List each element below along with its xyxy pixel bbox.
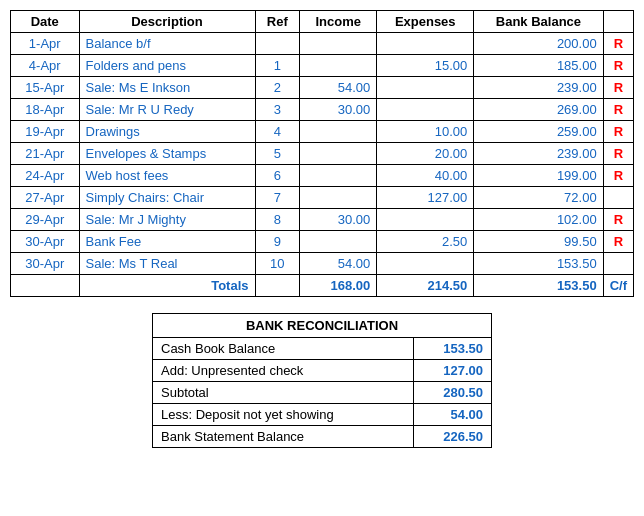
recon-label: Subtotal [153, 382, 414, 404]
recon-label: Bank Statement Balance [153, 426, 414, 448]
table-cell: 54.00 [300, 253, 377, 275]
table-cell: C/f [603, 275, 633, 297]
table-cell [300, 143, 377, 165]
table-row: 30-AprBank Fee92.5099.50R [11, 231, 634, 253]
table-row: 30-AprSale: Ms T Real1054.00153.50 [11, 253, 634, 275]
table-row: 4-AprFolders and pens115.00185.00R [11, 55, 634, 77]
table-cell: 99.50 [474, 231, 603, 253]
table-cell [255, 275, 300, 297]
table-cell [300, 121, 377, 143]
table-cell: 4-Apr [11, 55, 80, 77]
table-cell: Bank Fee [79, 231, 255, 253]
table-cell [377, 253, 474, 275]
table-cell: 2 [255, 77, 300, 99]
table-cell: 27-Apr [11, 187, 80, 209]
table-cell: 259.00 [474, 121, 603, 143]
table-cell: 1 [255, 55, 300, 77]
col-header-description: Description [79, 11, 255, 33]
table-cell: 54.00 [300, 77, 377, 99]
table-cell: Simply Chairs: Chair [79, 187, 255, 209]
table-cell [300, 165, 377, 187]
recon-label: Add: Unpresented check [153, 360, 414, 382]
table-cell: R [603, 33, 633, 55]
table-cell: 102.00 [474, 209, 603, 231]
table-cell: R [603, 77, 633, 99]
table-cell: 200.00 [474, 33, 603, 55]
table-cell: 30-Apr [11, 253, 80, 275]
table-cell: 214.50 [377, 275, 474, 297]
table-cell: 18-Apr [11, 99, 80, 121]
table-cell: Envelopes & Stamps [79, 143, 255, 165]
table-cell: 153.50 [474, 275, 603, 297]
table-row: 24-AprWeb host fees640.00199.00R [11, 165, 634, 187]
table-cell: 6 [255, 165, 300, 187]
recon-row: Less: Deposit not yet showing54.00 [153, 404, 492, 426]
table-cell: 9 [255, 231, 300, 253]
table-cell: 40.00 [377, 165, 474, 187]
recon-row: Bank Statement Balance226.50 [153, 426, 492, 448]
table-row: 29-AprSale: Mr J Mighty830.00102.00R [11, 209, 634, 231]
table-cell: 72.00 [474, 187, 603, 209]
table-cell: 10 [255, 253, 300, 275]
recon-row: Cash Book Balance153.50 [153, 338, 492, 360]
table-cell: 8 [255, 209, 300, 231]
table-row: 18-AprSale: Mr R U Redy330.00269.00R [11, 99, 634, 121]
table-cell: R [603, 121, 633, 143]
table-cell: 15.00 [377, 55, 474, 77]
table-cell: 127.00 [377, 187, 474, 209]
recon-value: 153.50 [413, 338, 491, 360]
table-cell: 3 [255, 99, 300, 121]
cashbook-table: Date Description Ref Income Expenses Ban… [10, 10, 634, 297]
table-cell: Web host fees [79, 165, 255, 187]
table-cell [300, 55, 377, 77]
table-cell: Sale: Ms T Real [79, 253, 255, 275]
table-cell: Sale: Mr R U Redy [79, 99, 255, 121]
table-cell [300, 187, 377, 209]
table-cell: R [603, 165, 633, 187]
table-cell: R [603, 55, 633, 77]
table-cell: 153.50 [474, 253, 603, 275]
table-cell: 239.00 [474, 77, 603, 99]
table-cell [300, 33, 377, 55]
table-cell: 168.00 [300, 275, 377, 297]
table-cell: Sale: Mr J Mighty [79, 209, 255, 231]
table-cell: R [603, 143, 633, 165]
table-cell: 5 [255, 143, 300, 165]
recon-row: Subtotal280.50 [153, 382, 492, 404]
table-row: 27-AprSimply Chairs: Chair7127.0072.00 [11, 187, 634, 209]
table-cell: R [603, 99, 633, 121]
recon-title: BANK RECONCILIATION [153, 314, 492, 338]
table-cell [300, 231, 377, 253]
table-cell: 21-Apr [11, 143, 80, 165]
table-cell: 10.00 [377, 121, 474, 143]
recon-value: 226.50 [413, 426, 491, 448]
table-cell: 30-Apr [11, 231, 80, 253]
table-cell: 15-Apr [11, 77, 80, 99]
table-cell: Drawings [79, 121, 255, 143]
col-header-bank-balance: Bank Balance [474, 11, 603, 33]
recon-label: Cash Book Balance [153, 338, 414, 360]
col-header-ref: Ref [255, 11, 300, 33]
table-cell: Sale: Ms E Inkson [79, 77, 255, 99]
recon-value: 280.50 [413, 382, 491, 404]
recon-label: Less: Deposit not yet showing [153, 404, 414, 426]
table-row: 1-AprBalance b/f200.00R [11, 33, 634, 55]
col-header-expenses: Expenses [377, 11, 474, 33]
table-cell [603, 187, 633, 209]
table-cell [377, 99, 474, 121]
table-row: 19-AprDrawings410.00259.00R [11, 121, 634, 143]
table-cell: 269.00 [474, 99, 603, 121]
table-cell [255, 33, 300, 55]
table-cell: 2.50 [377, 231, 474, 253]
table-cell: 7 [255, 187, 300, 209]
table-cell: 30.00 [300, 99, 377, 121]
table-cell [377, 209, 474, 231]
table-cell: 185.00 [474, 55, 603, 77]
table-cell: R [603, 209, 633, 231]
table-cell [11, 275, 80, 297]
table-cell: R [603, 231, 633, 253]
table-cell: Balance b/f [79, 33, 255, 55]
table-cell: Totals [79, 275, 255, 297]
table-cell: 1-Apr [11, 33, 80, 55]
table-cell: 29-Apr [11, 209, 80, 231]
